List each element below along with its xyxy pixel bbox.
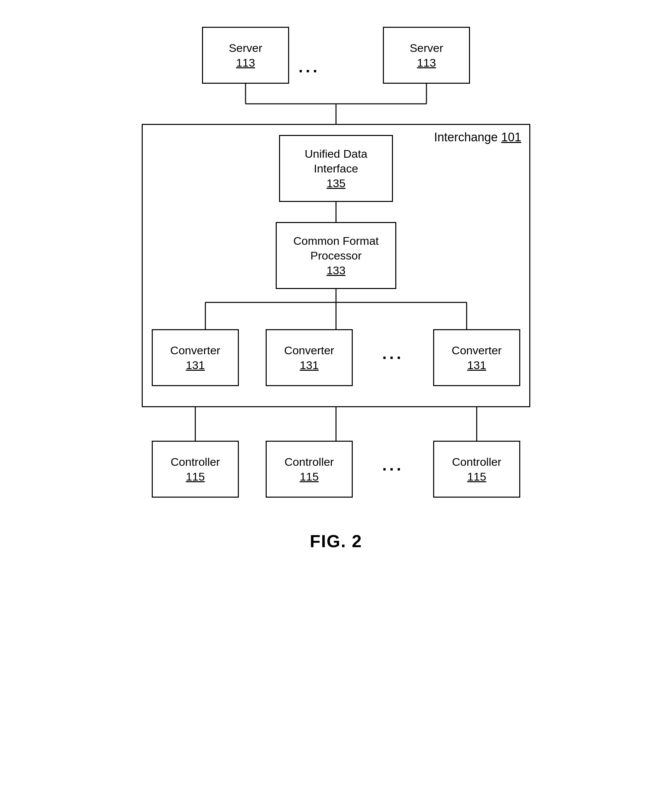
- server-dots: ···: [299, 62, 320, 80]
- controller-left-label: Controller: [171, 454, 220, 469]
- udi-label: Unified DataInterface: [304, 146, 367, 176]
- controller-mid-box: Controller 115: [266, 441, 353, 498]
- converter-right-box: Converter 131: [433, 329, 520, 386]
- controller-left-box: Controller 115: [152, 441, 239, 498]
- controller-right-box: Controller 115: [433, 441, 520, 498]
- interchange-label: Interchange 101: [434, 130, 521, 144]
- controller-right-label: Controller: [452, 454, 501, 469]
- controller-right-ref: 115: [467, 469, 486, 484]
- controller-dots: ···: [379, 460, 406, 478]
- server-to-interchange-lines: [142, 84, 530, 124]
- server-right-box: Server 113: [383, 27, 470, 84]
- server-left-label: Server: [229, 40, 262, 55]
- figure-label: FIG. 2: [310, 531, 362, 551]
- server-left-ref: 113: [236, 55, 255, 70]
- converter-right-label: Converter: [451, 343, 501, 358]
- interchange-container: Interchange 101 Unified DataInterface 13…: [142, 124, 530, 407]
- cfp-to-converters-lines: [152, 289, 520, 329]
- controller-left-ref: 115: [186, 469, 205, 484]
- converter-right-ref: 131: [467, 358, 486, 372]
- server-right-ref: 113: [417, 55, 436, 70]
- converter-mid-label: Converter: [284, 343, 334, 358]
- converter-left-ref: 131: [186, 358, 205, 372]
- udi-to-cfp-line: [334, 202, 338, 222]
- server-left-box: Server 113: [202, 27, 289, 84]
- converter-left-label: Converter: [170, 343, 220, 358]
- cfp-ref: 133: [326, 263, 346, 278]
- converter-left-box: Converter 131: [152, 329, 239, 386]
- converter-dots: ···: [379, 348, 406, 367]
- controller-mid-label: Controller: [285, 454, 334, 469]
- converter-mid-ref: 131: [300, 358, 319, 372]
- diagram-area: Server 113 ··· Server 113: [101, 20, 571, 551]
- page: Server 113 ··· Server 113: [0, 0, 672, 796]
- cfp-label: Common FormatProcessor: [293, 233, 379, 263]
- udi-ref: 135: [326, 176, 346, 190]
- udi-box: Unified DataInterface 135: [279, 135, 393, 202]
- converter-mid-box: Converter 131: [266, 329, 353, 386]
- server-right-label: Server: [410, 40, 443, 55]
- converters-to-controllers-lines: [142, 407, 530, 441]
- cfp-box: Common FormatProcessor 133: [276, 222, 396, 289]
- controller-mid-ref: 115: [300, 469, 319, 484]
